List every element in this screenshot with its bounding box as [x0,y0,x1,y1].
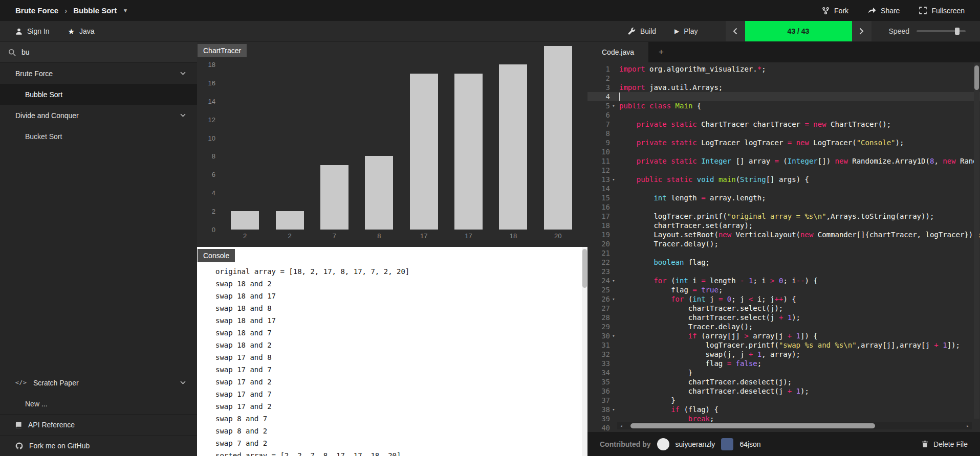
speed-control: Speed [889,27,966,35]
scroll-left-arrow-icon[interactable]: ◂ [617,421,625,430]
share-button[interactable]: Share [868,7,900,15]
sidebar: Brute Force Bubble Sort Divide and Conqu… [0,42,197,456]
code-line: private static LogTracer logTracer = new… [617,138,980,147]
fullscreen-button[interactable]: Fullscreen [919,7,965,15]
code-horizontal-scrollbar[interactable]: ◂ ▸ [617,422,972,429]
code-horizontal-scrollbar-track[interactable] [625,422,964,429]
code-line: import org.algorithm_visualizer.*; [617,64,980,74]
chart-bar [454,74,483,230]
speed-slider[interactable] [917,30,966,32]
step-forward-button[interactable] [852,21,872,41]
sign-in-button[interactable]: Sign In [6,21,59,41]
breadcrumb-algorithm[interactable]: Bubble Sort [73,6,117,15]
code-line: Tracer.delay(); [617,239,980,248]
code-line [617,166,980,175]
console-line: swap 18 and 7 [215,327,575,339]
sidebar-item-scratch-paper[interactable]: </> Scratch Paper [0,372,197,393]
code-line: for (int i = length - 1; i > 0; i--) { [617,276,980,285]
code-line: boolean flag; [617,258,980,267]
code-vertical-scrollbar[interactable] [974,63,979,419]
fold-caret-icon[interactable]: ▾ [610,331,617,340]
search-icon [8,49,16,56]
console-scrollbar[interactable] [582,247,587,456]
chart-bar-column: 18 [499,46,527,242]
chart-x-label: 2 [288,230,291,242]
fold-caret-icon[interactable]: ▾ [610,294,617,304]
sidebar-item-bucket-sort[interactable]: Bucket Sort [0,126,197,147]
code-editor[interactable]: 12345▾678910111213▾141516171819202122232… [587,62,980,432]
sidebar-item-bubble-sort[interactable]: Bubble Sort [0,84,197,105]
chart-y-tick: 0 [212,226,215,234]
code-horizontal-scrollbar-thumb[interactable] [630,423,875,428]
code-vertical-scrollbar-thumb[interactable] [974,65,979,90]
fold-caret-icon[interactable]: ▾ [610,405,617,414]
breadcrumb-category[interactable]: Brute Force [15,6,58,15]
contributor-name[interactable]: suiyueranzly [676,440,715,448]
language-selector[interactable]: ★ Java [59,21,104,41]
gutter-line-number: 6 [587,110,617,120]
gutter-line-number: 38▾ [587,405,617,414]
sidebar-item-label: Fork me on GitHub [29,442,90,450]
gutter-line-number: 31 [587,340,617,350]
add-tab-button[interactable]: + [648,42,674,62]
console-scrollbar-thumb[interactable] [582,249,587,288]
console-line: swap 17 and 7 [215,363,575,376]
search-input[interactable] [21,48,175,56]
code-line [617,267,980,276]
build-button[interactable]: Build [619,21,665,41]
code-line [617,147,980,156]
fold-caret-icon[interactable]: ▾ [610,101,617,110]
fork-button[interactable]: Fork [822,7,848,15]
gutter-line-number: 29 [587,322,617,331]
contributor-avatar[interactable] [657,438,669,450]
code-line: Tracer.delay(); [617,322,980,331]
chart-bar [410,74,438,230]
console-line: sorted array = [2, 2, 7, 8, 17, 17, 18, … [215,449,575,456]
chart-bar [276,211,304,230]
fold-caret-icon[interactable]: ▾ [610,175,617,184]
angle-left-icon [733,28,737,35]
scroll-right-arrow-icon[interactable]: ▸ [964,421,972,430]
contributor-name[interactable]: 64json [739,440,760,448]
sidebar-item-divide-and-conquer[interactable]: Divide and Conquer [0,105,197,126]
fold-caret-icon[interactable]: ▾ [610,276,617,285]
gutter-line-number: 23 [587,267,617,276]
speed-slider-thumb[interactable] [955,28,960,35]
gutter-line-number: 12 [587,166,617,175]
step-backward-button[interactable] [726,21,745,41]
chart-y-axis: 024681012141618 [197,46,222,230]
code-panel: Code.java + 12345▾678910111213▾141516171… [587,42,980,456]
tab-code-java[interactable]: Code.java [587,42,648,62]
delete-file-button[interactable]: Delete File [922,440,968,448]
gutter-line-number: 39 [587,414,617,423]
code-line [617,248,980,258]
sidebar-item-brute-force[interactable]: Brute Force [0,63,197,84]
code-line: private static Integer [] array = (Integ… [617,156,980,166]
play-label: Play [684,27,698,35]
console-line: swap 18 and 8 [215,302,575,314]
gutter-line-number: 35 [587,377,617,386]
progress-bar[interactable]: 43 / 43 [745,21,852,41]
angle-right-icon [859,28,864,35]
build-label: Build [640,27,656,35]
progress-controls: 43 / 43 [726,21,872,41]
play-button[interactable]: ▶ Play [665,21,707,41]
chart-bar-column: 17 [410,46,438,242]
gutter-line-number: 10 [587,147,617,156]
sidebar-item-new-file[interactable]: New ... [0,393,197,414]
sidebar-item-api-reference[interactable]: API Reference [0,414,197,435]
chart-y-tick: 16 [208,79,215,86]
chart-x-label: 20 [554,230,561,242]
console-line: swap 18 and 2 [215,339,575,351]
sidebar-item-label: Brute Force [15,70,53,78]
chart-y-tick: 6 [212,171,215,178]
contributors: Contributed by suiyueranzly 64json [600,438,761,450]
chart-bar-column: 8 [365,46,393,242]
code-line: chartTracer.select(j); [617,304,980,313]
text-cursor [619,93,620,101]
console-lines: original array = [18, 2, 17, 8, 17, 7, 2… [197,247,587,456]
sidebar-item-fork-me-on-github[interactable]: Fork me on GitHub [0,435,197,456]
console-line: swap 17 and 2 [215,400,575,413]
contributor-avatar[interactable] [721,438,733,450]
console-line: swap 7 and 2 [215,437,575,449]
